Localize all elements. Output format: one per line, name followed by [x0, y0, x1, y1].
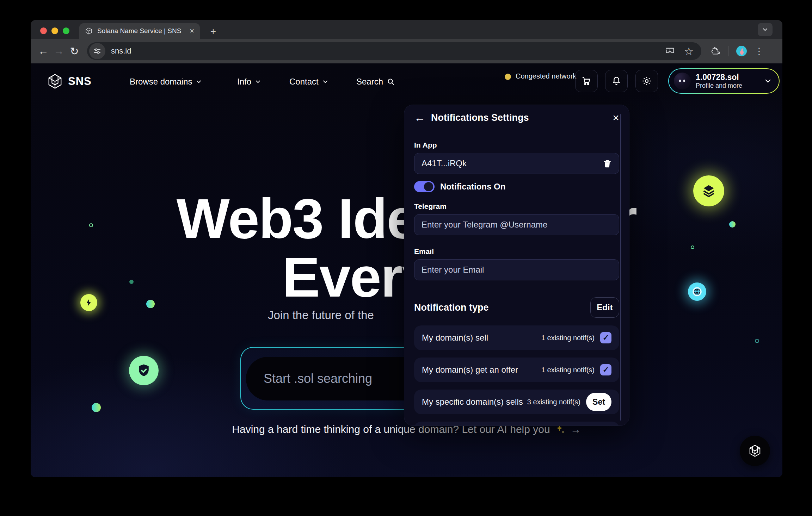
address-bar-actions: ☆ — [665, 45, 694, 57]
row-label: My domain(s) get an offer — [422, 365, 518, 375]
cart-icon — [581, 76, 592, 86]
sns-logo[interactable]: SNS — [47, 73, 92, 89]
site-settings-icon[interactable] — [89, 43, 105, 59]
congested-dot-icon — [505, 74, 511, 80]
bookmark-star-icon[interactable]: ☆ — [684, 45, 694, 57]
browser-menu-icon[interactable]: ⋮ — [755, 46, 764, 57]
in-app-label: In App — [414, 141, 619, 149]
notifications-settings-modal: ← Notifications Settings × In App Notifi… — [404, 105, 629, 426]
telegram-field — [414, 214, 619, 235]
trash-icon[interactable] — [603, 159, 612, 168]
zoom-window-button[interactable] — [63, 27, 69, 34]
tab-strip: Solana Name Service | SNS × + — [31, 20, 782, 39]
row-count: 3 existing notif(s) — [527, 398, 580, 406]
nav-label: Contact — [289, 77, 319, 87]
reload-button[interactable]: ↻ — [67, 43, 82, 59]
notification-row-domains-sell: My domain(s) sell 1 existing notif(s) — [414, 325, 619, 350]
tab-search-button[interactable] — [758, 23, 773, 36]
brand-name: SNS — [68, 75, 92, 88]
search-icon — [387, 77, 395, 86]
back-arrow-icon[interactable]: ← — [414, 111, 425, 124]
network-status-text: Congested network — [516, 72, 576, 81]
email-field — [414, 259, 619, 280]
notifications-toggle[interactable] — [414, 181, 435, 192]
minimize-window-button[interactable] — [51, 27, 58, 34]
row-label: My specific domain(s) sells — [422, 397, 523, 407]
hero-subtitle: Join the future of the — [268, 309, 374, 322]
checkbox-checked[interactable] — [600, 364, 611, 375]
nav-label: Search — [356, 77, 383, 87]
telegram-input[interactable] — [422, 220, 612, 230]
back-button[interactable]: ← — [36, 43, 51, 59]
gear-icon — [641, 76, 652, 86]
browser-toolbar: ← → ↻ sns.id ☆ — [31, 39, 782, 63]
decor-dot — [146, 300, 155, 308]
email-label: Email — [414, 247, 619, 256]
cart-button[interactable] — [575, 70, 598, 92]
chevron-down-icon — [762, 26, 768, 33]
row-count: 1 existing notif(s) — [541, 334, 595, 342]
decor-ring — [691, 245, 694, 249]
row-label: My domain(s) sell — [422, 333, 488, 343]
notification-type-header: Notification type Edit — [414, 297, 619, 318]
settings-button[interactable] — [635, 70, 658, 92]
profile-text: 1.00728.sol Profile and more — [696, 73, 742, 89]
site-header: SNS Browse domains Info Contact — [31, 63, 782, 99]
install-icon[interactable] — [665, 46, 675, 56]
chevron-down-icon — [322, 79, 328, 85]
browser-tab[interactable]: Solana Name Service | SNS × — [79, 23, 200, 39]
new-tab-button[interactable]: + — [207, 25, 220, 38]
close-window-button[interactable] — [40, 27, 47, 34]
ai-helper-row[interactable]: Having a hard time thinking of a unique … — [31, 423, 782, 435]
nav-browse-domains[interactable]: Browse domains — [130, 77, 202, 87]
notification-row-partial — [414, 422, 619, 426]
nav-search[interactable]: Search — [356, 77, 395, 87]
notification-row-specific-sells: My specific domain(s) sells 3 existing n… — [414, 390, 619, 414]
window-controls — [40, 27, 69, 34]
bell-icon — [611, 76, 622, 86]
toggle-knob — [424, 182, 433, 191]
checkbox-checked[interactable] — [600, 332, 611, 343]
extensions-puzzle-icon[interactable] — [710, 46, 720, 56]
set-button[interactable]: Set — [586, 393, 611, 411]
sns-page: SNS Browse domains Info Contact — [31, 63, 782, 477]
edit-button[interactable]: Edit — [590, 297, 619, 318]
decor-dot — [129, 280, 134, 284]
url-text[interactable]: sns.id — [111, 46, 665, 56]
address-bar[interactable]: sns.id ☆ — [87, 42, 701, 60]
tab-close-icon[interactable]: × — [190, 26, 194, 36]
desktop: Solana Name Service | SNS × + ← → ↻ — [0, 0, 812, 516]
row-count: 1 existing notif(s) — [541, 366, 595, 374]
cube-icon — [748, 444, 762, 458]
modal-title: Notifications Settings — [431, 112, 529, 123]
lightning-bolt-icon — [80, 294, 97, 311]
in-app-wallet-input[interactable] — [422, 158, 603, 168]
in-app-field — [414, 153, 619, 174]
modal-scrollbar[interactable] — [620, 114, 621, 421]
nav-contact[interactable]: Contact — [289, 77, 328, 87]
favicon-cube-icon — [85, 27, 93, 35]
shield-check-icon — [129, 356, 159, 385]
forward-button[interactable]: → — [51, 43, 67, 59]
profile-pill[interactable]: 1.00728.sol Profile and more — [668, 68, 780, 94]
decor-dot — [729, 221, 736, 228]
decor-ring — [89, 223, 93, 227]
browser-window: Solana Name Service | SNS × + ← → ↻ — [31, 20, 782, 477]
browser-profile-avatar[interactable] — [736, 46, 747, 56]
chevron-down-icon — [764, 77, 772, 85]
notifications-toggle-row: Notifications On — [414, 181, 619, 192]
chevron-down-icon — [196, 79, 202, 85]
toolbar-divider — [728, 46, 728, 56]
close-icon[interactable]: × — [613, 112, 619, 123]
profile-subtitle: Profile and more — [696, 82, 742, 89]
notifications-button[interactable] — [605, 70, 628, 92]
tab-title: Solana Name Service | SNS — [97, 27, 187, 35]
globe-icon — [688, 282, 706, 301]
telegram-label: Telegram — [414, 202, 619, 211]
decor-ring — [755, 339, 759, 343]
cube-fab-button[interactable] — [740, 436, 770, 466]
nav-label: Info — [237, 77, 251, 87]
email-input[interactable] — [422, 265, 612, 275]
modal-header: ← Notifications Settings × — [414, 110, 619, 125]
nav-info[interactable]: Info — [237, 77, 261, 87]
